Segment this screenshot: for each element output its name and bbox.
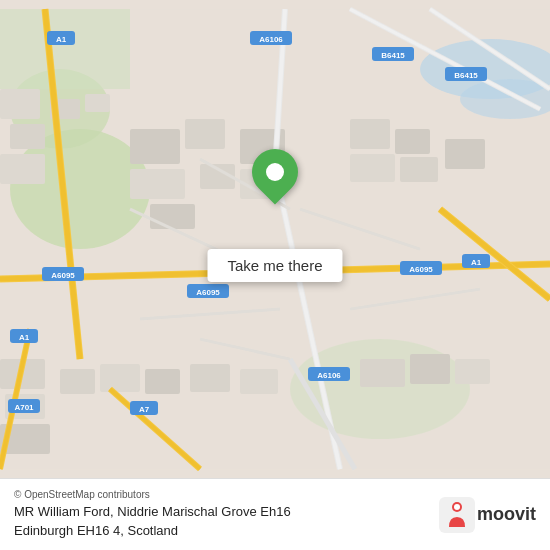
svg-rect-9	[0, 154, 45, 184]
svg-text:A6095: A6095	[409, 265, 433, 274]
svg-rect-30	[410, 354, 450, 384]
location-line1: MR William Ford, Niddrie Marischal Grove…	[14, 504, 291, 519]
svg-rect-12	[130, 129, 180, 164]
svg-text:A6106: A6106	[259, 35, 283, 44]
svg-rect-19	[350, 119, 390, 149]
svg-rect-15	[150, 204, 195, 229]
info-bar: © OpenStreetMap contributors MR William …	[0, 478, 550, 550]
svg-rect-20	[395, 129, 430, 154]
osm-attribution: © OpenStreetMap contributors	[14, 489, 291, 500]
svg-text:A6095: A6095	[51, 271, 75, 280]
moovit-brand-text: moovit	[477, 504, 536, 525]
moovit-icon	[439, 497, 475, 533]
svg-rect-23	[445, 139, 485, 169]
svg-rect-14	[130, 169, 185, 199]
location-line2: Edinburgh EH16 4, Scotland	[14, 523, 178, 538]
svg-rect-25	[100, 364, 140, 392]
svg-text:B6415: B6415	[381, 51, 405, 60]
svg-text:B6415: B6415	[454, 71, 478, 80]
take-me-there-button[interactable]: Take me there	[207, 249, 342, 282]
moovit-logo: moovit	[439, 497, 536, 533]
location-info: MR William Ford, Niddrie Marischal Grove…	[14, 502, 291, 540]
svg-text:A7: A7	[139, 405, 150, 414]
app-container: A1 A6106 B6415 B6415 A6095 A6095 A6095 A…	[0, 0, 550, 550]
svg-rect-21	[350, 154, 395, 182]
map-pin	[252, 149, 298, 195]
svg-rect-7	[0, 89, 40, 119]
map-area: A1 A6106 B6415 B6415 A6095 A6095 A6095 A…	[0, 0, 550, 478]
svg-text:A1: A1	[56, 35, 67, 44]
svg-rect-13	[185, 119, 225, 149]
svg-rect-28	[240, 369, 278, 394]
svg-rect-24	[60, 369, 95, 394]
pin-inner	[266, 163, 284, 181]
svg-rect-29	[360, 359, 405, 387]
svg-rect-31	[455, 359, 490, 384]
svg-text:A701: A701	[14, 403, 34, 412]
svg-text:A6095: A6095	[196, 288, 220, 297]
svg-text:A1: A1	[19, 333, 30, 342]
svg-rect-3	[0, 9, 130, 89]
svg-rect-11	[85, 94, 110, 112]
pin-body	[242, 140, 307, 205]
info-left: © OpenStreetMap contributors MR William …	[14, 489, 291, 540]
svg-point-88	[454, 504, 460, 510]
svg-rect-8	[10, 124, 45, 149]
svg-rect-26	[145, 369, 180, 394]
svg-text:A1: A1	[471, 258, 482, 267]
svg-rect-22	[400, 157, 438, 182]
svg-rect-27	[190, 364, 230, 392]
svg-text:A6106: A6106	[317, 371, 341, 380]
